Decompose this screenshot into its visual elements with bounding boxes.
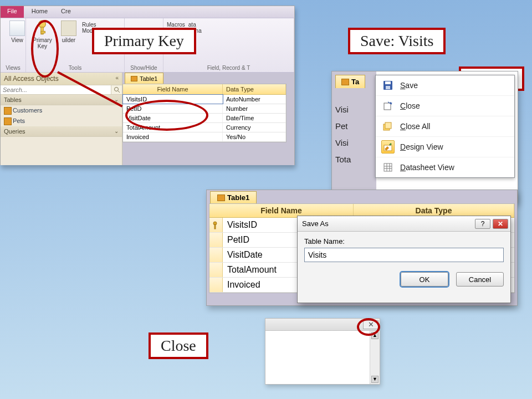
tab-create[interactable]: Cre [54,6,78,18]
ribbon-tabs: File Home Cre [1,6,294,18]
rules-button[interactable]: Rules [82,22,121,28]
nav-search [1,85,122,95]
annotation-ellipse-key [31,20,59,78]
close-icon [381,99,395,112]
builder-icon [61,21,76,36]
menu-item-save[interactable]: Save [376,75,514,96]
callout-close: Close [149,332,208,359]
builder-button-label: uilder [59,37,79,43]
ribbon-group-fieldrecord: Field, Record & T [167,65,290,72]
collapse-icon[interactable]: « [115,75,119,83]
cell[interactable]: AutoNumber [223,95,286,104]
menu-label: Design View [400,142,443,151]
view-icon [9,21,25,36]
close-all-icon [381,120,395,133]
field-partial: Pet [335,118,369,135]
table-icon [131,76,137,81]
navigation-pane: All Access Objects « Tables ⌄ Customers … [1,73,122,165]
svg-rect-15 [384,163,392,171]
document-tab-table1[interactable]: Table1 [125,73,163,84]
context-menu: Save Close Close All Design View Datashe… [375,75,515,178]
row-header [209,248,223,262]
chevron-icon: ⌄ [114,128,119,135]
row-header [209,278,223,292]
header-data-type: Data Type [223,84,286,94]
svg-rect-8 [384,103,391,110]
dialog-title: Save As [302,219,329,228]
save-icon [381,79,395,92]
field-partial: Tota [335,151,369,168]
table-name-input[interactable] [304,248,504,262]
menu-label: Datasheet View [400,163,454,172]
row-header-key-icon [209,218,223,232]
table-row[interactable]: InvoicedYes/No [123,132,286,142]
menu-item-datasheet-view[interactable]: Datasheet View [376,157,514,177]
svg-point-3 [114,88,118,91]
search-icon[interactable] [111,85,122,94]
document-tab-partial[interactable]: Ta [335,75,365,88]
menu-label: Close All [400,122,430,131]
table-name-label: Table Name: [304,237,504,245]
nav-category-tables-label: Tables [4,96,22,103]
ribbon-group-showhide: Show/Hide [128,65,160,72]
document-tab-label: Table1 [140,75,157,82]
scroll-down-icon[interactable]: ▼ [371,376,378,383]
document-tab-label: Ta [351,78,359,86]
datasheet-view-icon [381,161,395,174]
svg-rect-6 [385,81,391,84]
callout-primary-key: Primary Key [92,28,196,54]
save-as-dialog: Save As ? ✕ Table Name: OK Cancel [297,216,511,303]
nav-category-queries-label: Queries [4,128,25,135]
cell[interactable]: Yes/No [223,132,286,141]
svg-rect-7 [386,86,390,89]
menu-label: Save [400,81,418,90]
annotation-ellipse-close [357,318,380,336]
svg-rect-11 [385,122,391,129]
close-button[interactable]: ✕ [493,219,508,229]
nav-category-queries[interactable]: Queries ⌄ [1,126,122,137]
help-button[interactable]: ? [475,219,490,229]
dialog-titlebar: Save As ? ✕ [298,216,510,232]
svg-rect-21 [214,224,216,229]
row-header [209,263,223,277]
nav-item-pets[interactable]: Pets [1,116,122,126]
menu-item-close[interactable]: Close [376,96,514,116]
ok-button[interactable]: OK [401,272,448,287]
annotation-ellipse-field [125,100,208,131]
menu-item-close-all[interactable]: Close All [376,116,514,137]
builder-button[interactable]: uilder [59,19,79,49]
document-tab-table1[interactable]: Table1 [210,191,257,203]
cell[interactable]: Currency [223,123,286,132]
tab-file[interactable]: File [1,6,24,18]
header-field-name: Field Name [123,84,223,94]
cell[interactable]: Number [223,104,286,113]
menu-label: Close [400,101,420,110]
ribbon-group-views: Views [4,65,22,72]
empty-content [265,331,370,384]
context-menu-window: Ta Visi Pet Visi Tota Save Close Close A… [331,71,518,203]
callout-save-visits: Save: Visits [348,28,446,54]
cancel-button[interactable]: Cancel [456,272,504,287]
design-view-icon [381,140,395,154]
row-header [209,233,223,247]
document-tab-label: Table1 [227,193,249,202]
tab-home[interactable]: Home [25,6,54,18]
partial-field-column: Visi Pet Visi Tota [335,101,369,168]
scrollbar[interactable]: ▲ ▼ [370,331,380,384]
ata-label: ata [188,22,202,28]
menu-item-design-view[interactable]: Design View [376,137,514,157]
nav-item-customers[interactable]: Customers [1,105,122,116]
nav-header-label: All Access Objects [4,75,59,83]
cell[interactable]: Date/Time [223,114,286,122]
svg-line-4 [118,91,120,93]
field-partial: Visi [335,101,369,118]
cell[interactable]: Invoiced [123,132,223,141]
table-icon [341,79,349,85]
table-icon [217,195,225,201]
field-partial: Visi [335,135,369,151]
macros-button[interactable]: Macros [167,22,185,28]
